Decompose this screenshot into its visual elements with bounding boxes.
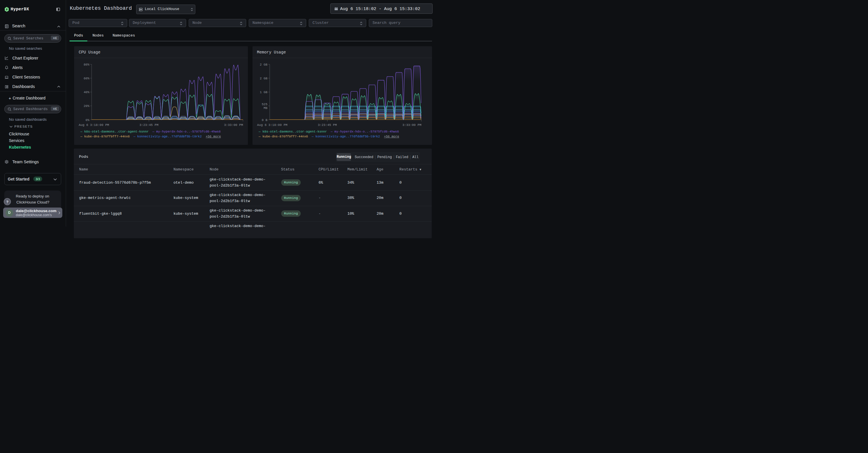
svg-text:3:23:45 PM: 3:23:45 PM [139,123,158,127]
svg-text:3:33:00 PM: 3:33:00 PM [224,123,243,127]
svg-text:3:23:45 PM: 3:23:45 PM [318,123,337,127]
svg-text:525: 525 [262,103,268,106]
svg-text:20%: 20% [84,104,89,108]
svg-text:3:33:00 PM: 3:33:00 PM [402,123,421,127]
svg-text:0%: 0% [86,118,90,122]
svg-text:0 B: 0 B [262,118,268,122]
svg-text:60%: 60% [84,77,89,80]
svg-text:80%: 80% [84,63,89,66]
svg-text:1 GB: 1 GB [260,90,268,94]
svg-text:40%: 40% [84,90,89,94]
svg-text:2 GB: 2 GB [260,77,268,80]
svg-text:Aug 6 3:18:00 PM: Aug 6 3:18:00 PM [79,123,109,127]
svg-text:2 GB: 2 GB [260,63,268,66]
svg-text:MB: MB [264,106,268,110]
svg-text:Aug 6 3:18:00 PM: Aug 6 3:18:00 PM [257,123,287,127]
